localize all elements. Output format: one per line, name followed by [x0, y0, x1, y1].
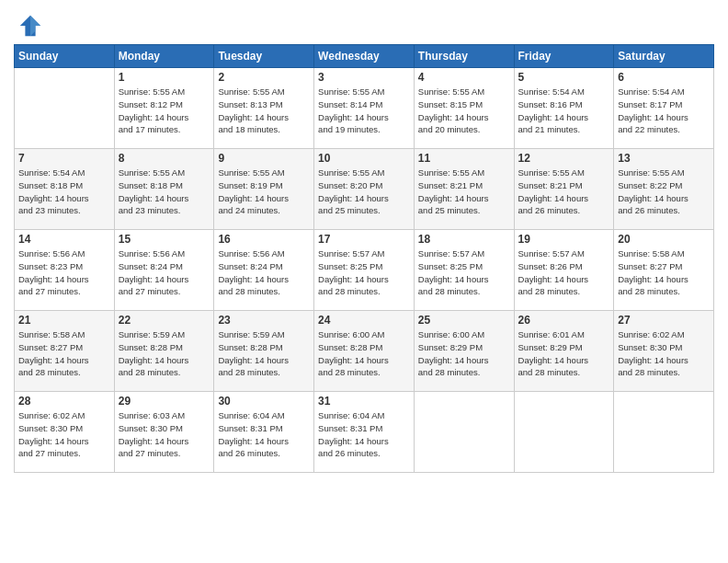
day-number: 20	[618, 233, 710, 246]
day-number: 2	[218, 71, 310, 84]
calendar-table: SundayMondayTuesdayWednesdayThursdayFrid…	[14, 44, 714, 473]
day-number: 5	[518, 71, 610, 84]
day-number: 24	[318, 314, 410, 327]
day-number: 29	[119, 395, 210, 408]
calendar-cell: 13Sunrise: 5:55 AM Sunset: 8:22 PM Dayli…	[614, 149, 714, 230]
calendar-cell: 10Sunrise: 5:55 AM Sunset: 8:20 PM Dayli…	[314, 149, 415, 230]
day-info: Sunrise: 6:03 AM Sunset: 8:30 PM Dayligh…	[119, 409, 210, 460]
day-info: Sunrise: 5:57 AM Sunset: 8:26 PM Dayligh…	[518, 247, 610, 298]
calendar-cell: 22Sunrise: 5:59 AM Sunset: 8:28 PM Dayli…	[114, 311, 214, 392]
day-number: 25	[418, 314, 510, 327]
day-info: Sunrise: 5:54 AM Sunset: 8:16 PM Dayligh…	[518, 86, 610, 136]
calendar-cell: 25Sunrise: 6:00 AM Sunset: 8:29 PM Dayli…	[414, 311, 514, 392]
calendar-week-row: 14Sunrise: 5:56 AM Sunset: 8:23 PM Dayli…	[15, 230, 714, 311]
calendar-cell: 9Sunrise: 5:55 AM Sunset: 8:19 PM Daylig…	[214, 149, 314, 230]
day-number: 16	[218, 233, 310, 246]
day-number: 14	[18, 233, 110, 246]
calendar-cell: 19Sunrise: 5:57 AM Sunset: 8:26 PM Dayli…	[514, 230, 614, 311]
day-info: Sunrise: 5:56 AM Sunset: 8:24 PM Dayligh…	[218, 247, 310, 298]
day-info: Sunrise: 6:02 AM Sunset: 8:30 PM Dayligh…	[18, 409, 110, 460]
day-number: 30	[218, 395, 310, 408]
calendar-cell	[15, 68, 115, 149]
day-number: 17	[318, 233, 410, 246]
calendar-cell: 12Sunrise: 5:55 AM Sunset: 8:21 PM Dayli…	[514, 149, 614, 230]
calendar-cell: 27Sunrise: 6:02 AM Sunset: 8:30 PM Dayli…	[614, 311, 714, 392]
day-info: Sunrise: 5:55 AM Sunset: 8:20 PM Dayligh…	[318, 167, 410, 217]
calendar-cell	[414, 392, 514, 473]
calendar-header-monday: Monday	[114, 45, 214, 68]
day-number: 8	[119, 152, 210, 165]
calendar-cell: 28Sunrise: 6:02 AM Sunset: 8:30 PM Dayli…	[15, 392, 115, 473]
day-info: Sunrise: 5:57 AM Sunset: 8:25 PM Dayligh…	[318, 247, 410, 298]
day-info: Sunrise: 5:59 AM Sunset: 8:28 PM Dayligh…	[218, 328, 310, 379]
day-number: 18	[418, 233, 510, 246]
day-info: Sunrise: 5:55 AM Sunset: 8:13 PM Dayligh…	[218, 86, 310, 136]
calendar-cell: 17Sunrise: 5:57 AM Sunset: 8:25 PM Dayli…	[314, 230, 415, 311]
day-number: 11	[418, 152, 510, 165]
calendar-header-thursday: Thursday	[414, 45, 514, 68]
day-number: 22	[119, 314, 210, 327]
day-info: Sunrise: 5:55 AM Sunset: 8:15 PM Dayligh…	[418, 86, 510, 136]
day-number: 15	[119, 233, 210, 246]
day-info: Sunrise: 5:55 AM Sunset: 8:19 PM Dayligh…	[218, 167, 310, 217]
day-info: Sunrise: 5:55 AM Sunset: 8:12 PM Dayligh…	[119, 86, 210, 136]
calendar-header-tuesday: Tuesday	[214, 45, 314, 68]
day-info: Sunrise: 5:58 AM Sunset: 8:27 PM Dayligh…	[618, 247, 710, 298]
day-info: Sunrise: 6:00 AM Sunset: 8:28 PM Dayligh…	[318, 328, 410, 379]
day-number: 9	[218, 152, 310, 165]
calendar-week-row: 28Sunrise: 6:02 AM Sunset: 8:30 PM Dayli…	[15, 392, 714, 473]
day-number: 10	[318, 152, 410, 165]
day-number: 21	[18, 314, 110, 327]
calendar-header-row: SundayMondayTuesdayWednesdayThursdayFrid…	[15, 45, 714, 68]
day-number: 1	[119, 71, 210, 84]
day-number: 4	[418, 71, 510, 84]
calendar-cell: 7Sunrise: 5:54 AM Sunset: 8:18 PM Daylig…	[15, 149, 115, 230]
day-info: Sunrise: 5:55 AM Sunset: 8:22 PM Dayligh…	[618, 167, 710, 217]
calendar-cell: 16Sunrise: 5:56 AM Sunset: 8:24 PM Dayli…	[214, 230, 314, 311]
day-number: 6	[618, 71, 710, 84]
day-info: Sunrise: 6:01 AM Sunset: 8:29 PM Dayligh…	[518, 328, 610, 379]
day-info: Sunrise: 6:04 AM Sunset: 8:31 PM Dayligh…	[318, 409, 410, 460]
calendar-cell: 14Sunrise: 5:56 AM Sunset: 8:23 PM Dayli…	[15, 230, 115, 311]
day-info: Sunrise: 5:56 AM Sunset: 8:23 PM Dayligh…	[18, 247, 110, 298]
day-info: Sunrise: 6:00 AM Sunset: 8:29 PM Dayligh…	[418, 328, 510, 379]
logo	[14, 13, 43, 39]
day-info: Sunrise: 5:55 AM Sunset: 8:14 PM Dayligh…	[318, 86, 410, 136]
day-number: 7	[18, 152, 110, 165]
calendar-cell: 11Sunrise: 5:55 AM Sunset: 8:21 PM Dayli…	[414, 149, 514, 230]
page: SundayMondayTuesdayWednesdayThursdayFrid…	[0, 0, 728, 563]
day-info: Sunrise: 5:56 AM Sunset: 8:24 PM Dayligh…	[119, 247, 210, 298]
calendar-header-friday: Friday	[514, 45, 614, 68]
calendar-cell: 26Sunrise: 6:01 AM Sunset: 8:29 PM Dayli…	[514, 311, 614, 392]
calendar-cell: 24Sunrise: 6:00 AM Sunset: 8:28 PM Dayli…	[314, 311, 415, 392]
calendar-cell	[614, 392, 714, 473]
calendar-week-row: 1Sunrise: 5:55 AM Sunset: 8:12 PM Daylig…	[15, 68, 714, 149]
calendar-cell	[514, 392, 614, 473]
day-info: Sunrise: 5:57 AM Sunset: 8:25 PM Dayligh…	[418, 247, 510, 298]
day-number: 26	[518, 314, 610, 327]
calendar-cell: 20Sunrise: 5:58 AM Sunset: 8:27 PM Dayli…	[614, 230, 714, 311]
day-info: Sunrise: 6:04 AM Sunset: 8:31 PM Dayligh…	[218, 409, 310, 460]
calendar-cell: 29Sunrise: 6:03 AM Sunset: 8:30 PM Dayli…	[114, 392, 214, 473]
day-info: Sunrise: 6:02 AM Sunset: 8:30 PM Dayligh…	[618, 328, 710, 379]
calendar-cell: 18Sunrise: 5:57 AM Sunset: 8:25 PM Dayli…	[414, 230, 514, 311]
day-number: 13	[618, 152, 710, 165]
calendar-header-saturday: Saturday	[614, 45, 714, 68]
day-number: 31	[318, 395, 410, 408]
calendar-cell: 2Sunrise: 5:55 AM Sunset: 8:13 PM Daylig…	[214, 68, 314, 149]
calendar-cell: 4Sunrise: 5:55 AM Sunset: 8:15 PM Daylig…	[414, 68, 514, 149]
day-number: 23	[218, 314, 310, 327]
calendar-cell: 8Sunrise: 5:55 AM Sunset: 8:18 PM Daylig…	[114, 149, 214, 230]
logo-icon	[17, 13, 43, 39]
calendar-cell: 5Sunrise: 5:54 AM Sunset: 8:16 PM Daylig…	[514, 68, 614, 149]
day-info: Sunrise: 5:54 AM Sunset: 8:18 PM Dayligh…	[18, 167, 110, 217]
day-number: 27	[618, 314, 710, 327]
calendar-week-row: 21Sunrise: 5:58 AM Sunset: 8:27 PM Dayli…	[15, 311, 714, 392]
day-info: Sunrise: 5:58 AM Sunset: 8:27 PM Dayligh…	[18, 328, 110, 379]
calendar-cell: 31Sunrise: 6:04 AM Sunset: 8:31 PM Dayli…	[314, 392, 415, 473]
day-number: 19	[518, 233, 610, 246]
day-info: Sunrise: 5:55 AM Sunset: 8:18 PM Dayligh…	[119, 167, 210, 217]
calendar-cell: 30Sunrise: 6:04 AM Sunset: 8:31 PM Dayli…	[214, 392, 314, 473]
calendar-cell: 23Sunrise: 5:59 AM Sunset: 8:28 PM Dayli…	[214, 311, 314, 392]
calendar-cell: 15Sunrise: 5:56 AM Sunset: 8:24 PM Dayli…	[114, 230, 214, 311]
